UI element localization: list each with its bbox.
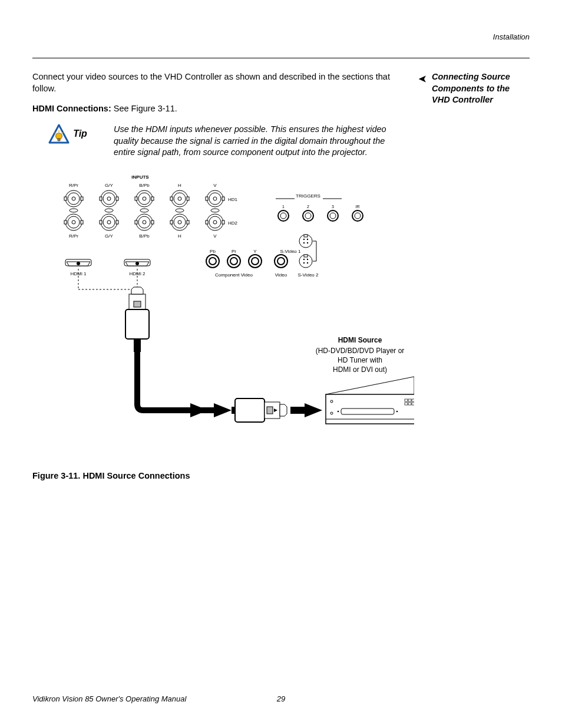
label-hd1: HD1 bbox=[228, 197, 238, 202]
label-trig-2: 2 bbox=[307, 205, 309, 209]
svg-rect-110 bbox=[267, 407, 273, 414]
label-triggers: TRIGGERS bbox=[296, 193, 320, 199]
svg-rect-9 bbox=[64, 197, 67, 200]
svg-rect-103 bbox=[125, 309, 149, 339]
tip-label: Tip bbox=[73, 129, 87, 139]
label-hd2: HD2 bbox=[228, 220, 238, 226]
bnc-rows: HD1 bbox=[64, 190, 238, 230]
header-rule bbox=[32, 58, 530, 58]
source-device bbox=[326, 377, 414, 424]
label-bpb-top: B/Pb bbox=[139, 183, 150, 188]
svg-point-58 bbox=[213, 220, 217, 224]
hdmi-connections-rest: See Figure 3-11. bbox=[114, 104, 177, 113]
svg-point-75 bbox=[249, 255, 262, 268]
intro-paragraph: Connect your video sources to the VHD Co… bbox=[32, 71, 414, 94]
label-gy-top: G/Y bbox=[105, 183, 113, 188]
svg-point-120 bbox=[396, 411, 398, 413]
svg-point-82 bbox=[307, 239, 308, 240]
svg-point-48 bbox=[143, 220, 146, 224]
label-inputs: INPUTS bbox=[131, 174, 149, 180]
svg-rect-30 bbox=[222, 197, 224, 200]
svg-rect-39 bbox=[64, 220, 67, 224]
svg-point-57 bbox=[209, 216, 221, 228]
svg-point-37 bbox=[68, 216, 80, 228]
label-gy-bot: G/Y bbox=[105, 233, 113, 239]
svg-point-84 bbox=[307, 242, 308, 243]
svg-point-71 bbox=[206, 255, 219, 268]
label-trig-1: 1 bbox=[282, 205, 285, 209]
svg-point-83 bbox=[303, 242, 305, 243]
content-row: Connect your video sources to the VHD Co… bbox=[32, 71, 530, 480]
svg-point-35 bbox=[211, 209, 219, 212]
svg-point-73 bbox=[227, 255, 240, 268]
svg-rect-55 bbox=[187, 220, 189, 224]
svg-point-27 bbox=[209, 193, 221, 205]
svg-point-53 bbox=[178, 220, 181, 224]
svg-rect-20 bbox=[151, 197, 154, 200]
label-h-bot: H bbox=[178, 233, 181, 239]
svg-rect-24 bbox=[170, 197, 173, 200]
svg-point-38 bbox=[72, 220, 75, 224]
hdmi-connections-bold: HDMI Connections: bbox=[32, 104, 114, 113]
svg-point-95 bbox=[77, 262, 80, 265]
hdmi-port-1 bbox=[65, 259, 91, 266]
svg-point-8 bbox=[72, 197, 75, 200]
svg-point-23 bbox=[178, 197, 181, 200]
svg-rect-44 bbox=[100, 220, 102, 224]
svg-rect-14 bbox=[100, 197, 102, 200]
svg-point-119 bbox=[338, 411, 339, 413]
svg-point-66 bbox=[305, 213, 311, 219]
svg-point-33 bbox=[140, 209, 148, 212]
label-pr: Pr bbox=[232, 249, 236, 254]
svg-point-89 bbox=[303, 262, 305, 263]
label-trig-3: 3 bbox=[332, 205, 334, 209]
label-video: Video bbox=[275, 272, 287, 278]
svg-point-47 bbox=[138, 216, 150, 228]
svg-rect-118 bbox=[341, 409, 394, 414]
svg-point-28 bbox=[213, 197, 217, 200]
svg-point-65 bbox=[303, 210, 313, 221]
label-svideo2: S-Video 2 bbox=[298, 272, 319, 278]
svg-point-63 bbox=[278, 210, 289, 221]
svg-point-18 bbox=[143, 197, 146, 200]
svg-rect-10 bbox=[81, 197, 83, 200]
svg-point-52 bbox=[174, 216, 186, 228]
arrow-left-icon: ➤ bbox=[419, 73, 427, 85]
svg-point-72 bbox=[209, 258, 216, 265]
footer: Vidikron Vision 85 Owner's Operating Man… bbox=[32, 694, 530, 703]
svg-point-12 bbox=[103, 193, 115, 205]
svg-rect-86 bbox=[304, 255, 308, 257]
svg-rect-19 bbox=[135, 197, 137, 200]
label-rpr-top: R/Pr bbox=[69, 183, 78, 188]
figure-caption: Figure 3-11. HDMI Source Connections bbox=[32, 471, 414, 480]
svg-point-42 bbox=[103, 216, 115, 228]
svg-rect-45 bbox=[116, 220, 118, 224]
tip-icon bbox=[48, 124, 70, 144]
label-v-bot: V bbox=[213, 233, 217, 239]
diagram: INPUTS R/Pr G/Y B/Pb H V bbox=[37, 172, 414, 457]
label-source-line3: HDMI or DVI out) bbox=[333, 365, 387, 374]
label-h-top: H bbox=[178, 183, 181, 188]
svg-point-32 bbox=[105, 209, 113, 212]
svg-point-67 bbox=[328, 210, 338, 221]
svg-point-77 bbox=[275, 255, 287, 268]
sidebar-column: ➤ Connecting Source Components to the VH… bbox=[426, 71, 530, 480]
svg-marker-113 bbox=[305, 403, 322, 417]
svg-point-34 bbox=[176, 209, 184, 212]
tip-icon-wrap: Tip bbox=[32, 124, 103, 144]
svg-point-81 bbox=[303, 239, 305, 240]
svg-point-76 bbox=[252, 258, 259, 265]
hdmi-connector-vertical bbox=[125, 287, 149, 352]
label-svideo1: S-Video 1 bbox=[280, 249, 302, 254]
svg-rect-40 bbox=[81, 220, 83, 224]
hdmi-connector-horizontal bbox=[232, 398, 287, 422]
svg-point-7 bbox=[68, 193, 80, 205]
label-bpb-bot: B/Pb bbox=[139, 233, 150, 239]
svg-rect-112 bbox=[290, 407, 305, 414]
label-source-line2: HD Tuner with bbox=[338, 356, 382, 364]
svg-marker-105 bbox=[190, 403, 208, 417]
svg-point-90 bbox=[307, 262, 308, 263]
svg-rect-29 bbox=[206, 197, 208, 200]
svg-point-87 bbox=[303, 259, 305, 260]
svg-rect-80 bbox=[304, 235, 308, 237]
